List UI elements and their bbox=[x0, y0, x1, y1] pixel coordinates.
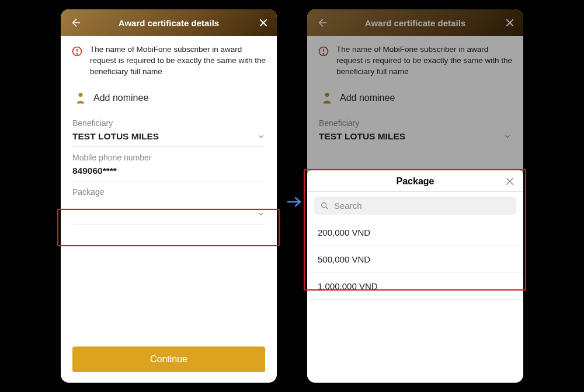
chevron-down-icon bbox=[257, 210, 265, 218]
search-input[interactable] bbox=[334, 201, 510, 211]
phone-field[interactable]: 849060**** bbox=[72, 166, 265, 176]
search-box[interactable] bbox=[314, 197, 516, 215]
package-option[interactable]: 1,000,000 VND bbox=[307, 273, 523, 300]
warning-icon bbox=[71, 46, 83, 57]
sheet-header: Package bbox=[307, 170, 523, 191]
add-nominee-label: Add nominee bbox=[93, 93, 148, 103]
person-icon bbox=[75, 92, 86, 104]
package-bottom-sheet: Package 200,000 VND 500,000 VND 1,000,00… bbox=[307, 170, 523, 383]
phone-right: Award certificate details The name of Mo… bbox=[307, 9, 523, 383]
continue-button[interactable]: Continue bbox=[72, 346, 265, 372]
close-button[interactable] bbox=[255, 18, 269, 28]
notice-banner: The name of MobiFone subscriber in award… bbox=[61, 36, 277, 86]
search-icon bbox=[320, 201, 329, 211]
add-nominee-button[interactable]: Add nominee bbox=[61, 86, 277, 113]
divider bbox=[72, 181, 265, 181]
package-option[interactable]: 200,000 VND bbox=[307, 219, 523, 246]
svg-line-18 bbox=[326, 207, 328, 209]
beneficiary-value: TEST LOTUS MILES bbox=[72, 131, 159, 142]
close-icon bbox=[258, 18, 269, 28]
sheet-close-button[interactable] bbox=[505, 176, 515, 187]
package-option[interactable]: 500,000 VND bbox=[307, 246, 523, 273]
svg-point-5 bbox=[77, 54, 77, 54]
package-dropdown[interactable] bbox=[72, 208, 265, 220]
close-icon bbox=[505, 176, 515, 187]
phone-value: 849060**** bbox=[72, 166, 117, 176]
back-button[interactable] bbox=[69, 17, 83, 29]
svg-point-6 bbox=[78, 93, 82, 97]
beneficiary-label: Beneficiary bbox=[72, 118, 265, 128]
header: Award certificate details bbox=[61, 9, 277, 36]
svg-point-17 bbox=[322, 202, 326, 207]
phone-left: Award certificate details The name of Mo… bbox=[61, 9, 277, 383]
beneficiary-dropdown[interactable]: TEST LOTUS MILES bbox=[72, 131, 265, 142]
divider bbox=[307, 191, 523, 192]
page-title: Award certificate details bbox=[83, 18, 255, 28]
divider bbox=[72, 225, 265, 225]
flow-arrow-icon bbox=[286, 196, 303, 208]
form-content: Beneficiary TEST LOTUS MILES Mobile phon… bbox=[61, 118, 277, 225]
chevron-down-icon bbox=[257, 132, 265, 141]
sheet-title: Package bbox=[315, 176, 515, 187]
notice-text: The name of MobiFone subscriber in award… bbox=[90, 44, 266, 78]
back-arrow-icon bbox=[69, 17, 81, 29]
package-label: Package bbox=[72, 187, 265, 197]
divider bbox=[72, 146, 265, 147]
phone-label: Mobile phone number bbox=[72, 153, 265, 162]
